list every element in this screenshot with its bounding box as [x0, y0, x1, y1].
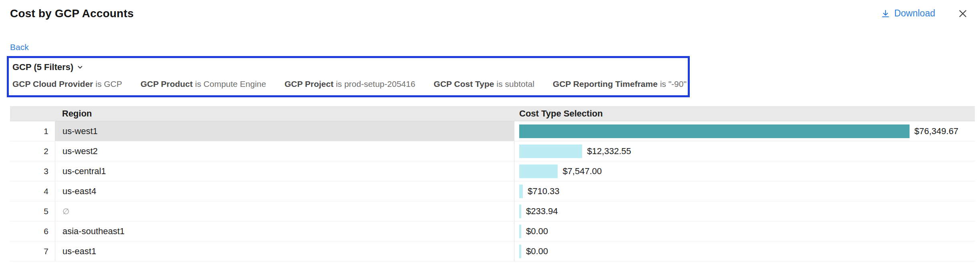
- table-row[interactable]: 6 asia-southeast1 $0.00: [10, 221, 975, 241]
- cost-cell: $12,332.55: [514, 141, 975, 161]
- cost-value: $76,349.67: [914, 126, 958, 137]
- row-number: 7: [10, 241, 55, 261]
- filter-label: GCP Cost Type: [434, 79, 494, 88]
- row-number: 4: [10, 181, 55, 201]
- region-cell: asia-southeast1: [55, 221, 514, 241]
- cost-bar: [519, 225, 521, 238]
- table-row[interactable]: 2 us-west2 $12,332.55: [10, 141, 975, 161]
- cost-bar: [519, 205, 521, 218]
- filter-label: GCP Project: [285, 79, 333, 88]
- filter-condition: is "-90": [660, 79, 687, 88]
- filter-condition: is Compute Engine: [195, 79, 266, 88]
- close-button[interactable]: [958, 8, 968, 19]
- table-header-row: Region Cost Type Selection: [10, 106, 975, 121]
- column-header-cost[interactable]: Cost Type Selection: [514, 106, 975, 121]
- row-number: 2: [10, 141, 55, 161]
- region-cell: us-east4: [55, 181, 514, 201]
- panel-header: Cost by GCP Accounts Download: [0, 0, 980, 20]
- cost-bar: [519, 165, 558, 178]
- filter-item-cloud-provider: GCP Cloud Provideris GCP: [12, 79, 122, 89]
- filter-label: GCP Cloud Provider: [12, 79, 93, 88]
- row-number: 1: [10, 121, 55, 141]
- column-header-index: [10, 106, 55, 121]
- filters-summary-toggle[interactable]: GCP (5 Filters): [12, 62, 84, 72]
- filter-item-reporting-timeframe: GCP Reporting Timeframeis "-90": [553, 79, 687, 89]
- filter-item-cost-type: GCP Cost Typeis subtotal: [434, 79, 534, 89]
- region-cell: us-west1: [55, 121, 514, 141]
- cost-cell: $0.00: [514, 221, 975, 241]
- filter-label: GCP Product: [141, 79, 193, 88]
- filter-condition: is prod-setup-205416: [336, 79, 415, 88]
- cost-cell: $233.94: [514, 201, 975, 221]
- region-cell: us-east1: [55, 241, 514, 261]
- filter-condition: is subtotal: [496, 79, 534, 88]
- cost-cell: $710.33: [514, 181, 975, 201]
- table-row[interactable]: 3 us-central1 $7,547.00: [10, 161, 975, 181]
- cost-value: $233.94: [526, 206, 558, 217]
- filter-item-project: GCP Projectis prod-setup-205416: [285, 79, 416, 89]
- filter-condition: is GCP: [95, 79, 122, 88]
- table-row[interactable]: 7 us-east1 $0.00: [10, 241, 975, 261]
- cost-cell: $76,349.67: [514, 121, 975, 141]
- chevron-down-icon: [76, 64, 84, 71]
- table-row[interactable]: 4 us-east4 $710.33: [10, 181, 975, 201]
- filter-label: GCP Reporting Timeframe: [553, 79, 658, 88]
- cost-cell: $0.00: [514, 241, 975, 261]
- row-number: 6: [10, 221, 55, 241]
- region-cell: us-central1: [55, 161, 514, 181]
- table-row[interactable]: 5 ∅ $233.94: [10, 201, 975, 221]
- close-icon: [958, 8, 968, 19]
- filters-list: GCP Cloud Provideris GCP GCP Productis C…: [12, 79, 682, 89]
- cost-cell: $7,547.00: [514, 161, 975, 181]
- column-header-region[interactable]: Region: [55, 106, 514, 121]
- back-link[interactable]: Back: [10, 42, 29, 52]
- cost-bar: [519, 124, 910, 138]
- filter-item-product: GCP Productis Compute Engine: [141, 79, 266, 89]
- cost-value: $12,332.55: [587, 146, 631, 157]
- row-number: 3: [10, 161, 55, 181]
- cost-value: $7,547.00: [562, 166, 602, 177]
- cost-value: $0.00: [526, 226, 548, 237]
- filters-summary-label: GCP (5 Filters): [12, 62, 73, 72]
- download-button[interactable]: Download: [881, 8, 935, 19]
- download-label: Download: [894, 8, 935, 19]
- download-icon: [881, 9, 890, 18]
- page-title: Cost by GCP Accounts: [10, 7, 134, 20]
- cost-value: $0.00: [526, 246, 548, 257]
- cost-table: Region Cost Type Selection 1 us-west1 $7…: [10, 106, 975, 261]
- cost-bar: [519, 245, 521, 258]
- region-cell: ∅: [55, 201, 514, 221]
- cost-bar: [519, 185, 523, 198]
- filters-panel: GCP (5 Filters) GCP Cloud Provideris GCP…: [7, 56, 690, 97]
- table-row[interactable]: 1 us-west1 $76,349.67: [10, 121, 975, 141]
- region-cell: us-west2: [55, 141, 514, 161]
- cost-bar: [519, 145, 582, 158]
- cost-by-gcp-accounts-panel: Cost by GCP Accounts Download Back GCP (…: [0, 0, 980, 261]
- row-number: 5: [10, 201, 55, 221]
- cost-value: $710.33: [528, 186, 560, 197]
- header-actions: Download: [881, 7, 968, 19]
